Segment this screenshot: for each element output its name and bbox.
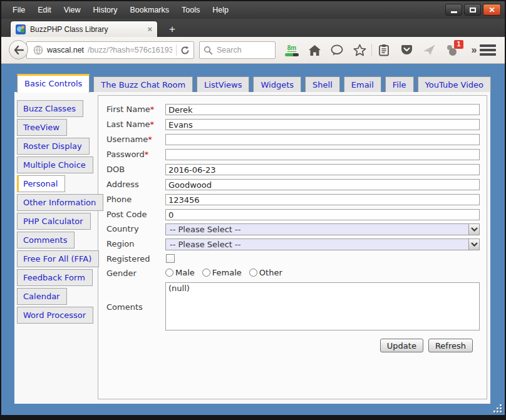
sidebar-item-comments[interactable]: Comments	[17, 232, 75, 248]
dropdown-arrow-button[interactable]	[468, 224, 479, 235]
url-path: /buzz/?hash=576c161938	[88, 46, 172, 54]
tab-widgets[interactable]: Widgets	[253, 76, 301, 93]
sidebar-item-feedback-form[interactable]: Feedback Form	[17, 269, 93, 286]
menu-tools[interactable]: Tools	[175, 3, 206, 17]
tab-close-icon[interactable]: ×	[147, 25, 152, 33]
registered-checkbox[interactable]	[166, 254, 175, 263]
menu-bar: File Edit View History Bookmarks Tools H…	[1, 3, 235, 17]
password-input[interactable]	[165, 149, 480, 160]
last-name-input[interactable]	[165, 119, 480, 130]
dropdown-arrow-button[interactable]	[468, 239, 479, 250]
password-label: Password*	[106, 149, 164, 160]
sidebar-item-buzz-classes[interactable]: Buzz Classes	[17, 100, 83, 117]
hamburger-icon	[480, 44, 496, 47]
region-selected-value: -- Please Select --	[170, 240, 240, 249]
notification-badge: 1	[454, 40, 463, 49]
sidebar-item-multiple-choice[interactable]: Multiple Choice	[17, 156, 93, 173]
dob-label: DOB	[106, 164, 164, 175]
menu-bookmarks[interactable]: Bookmarks	[123, 3, 175, 17]
globe-icon	[33, 45, 43, 55]
url-host: wascal.net	[47, 46, 84, 54]
paper-plane-icon	[423, 44, 435, 56]
window-controls: ✕	[445, 4, 501, 16]
close-icon: ✕	[488, 6, 495, 14]
tab-shell[interactable]: Shell	[305, 76, 340, 93]
tab-buzz-chat-room[interactable]: The Buzz Chat Room	[93, 76, 193, 93]
gender-radio-group: Male Female Other	[165, 268, 289, 277]
menu-file[interactable]: File	[6, 3, 31, 17]
post-code-label: Post Code	[106, 209, 164, 220]
tab-email[interactable]: Email	[344, 76, 381, 93]
sidebar-item-free-for-all[interactable]: Free For All (FFA)	[17, 250, 99, 267]
chat-button[interactable]	[326, 41, 348, 59]
overflow-chevrons-icon: »	[472, 44, 477, 56]
bookmark-star-button[interactable]	[348, 41, 371, 59]
close-button[interactable]: ✕	[483, 4, 501, 16]
back-arrow-icon	[14, 46, 24, 54]
title-bar: File Edit View History Bookmarks Tools H…	[1, 1, 505, 19]
session-timer-button[interactable]: 8m	[281, 41, 303, 59]
refresh-button[interactable]: Refresh	[428, 339, 473, 352]
sidebar-item-php-calculator[interactable]: PHP Calculator	[17, 213, 91, 230]
pocket-button[interactable]	[395, 41, 418, 59]
home-button[interactable]	[303, 41, 326, 59]
navigation-toolbar: wascal.net/buzz/?hash=576c161938 8m	[1, 37, 505, 64]
minimize-button[interactable]	[445, 4, 462, 16]
browser-window: File Edit View History Bookmarks Tools H…	[0, 0, 506, 420]
post-code-input[interactable]	[165, 209, 480, 220]
first-name-input[interactable]	[165, 104, 480, 115]
sidebar-item-roster-display[interactable]: Roster Display	[17, 138, 90, 155]
menu-history[interactable]: History	[87, 3, 124, 17]
gender-male-radio[interactable]	[165, 269, 173, 277]
timer-icon: 8m	[285, 44, 299, 56]
new-tab-button[interactable]: +	[163, 23, 182, 37]
pocket-icon	[400, 44, 413, 56]
menu-button[interactable]	[480, 42, 496, 58]
toolbar-divider	[371, 44, 372, 56]
sidebar-item-treeview[interactable]: TreeView	[17, 119, 67, 136]
tab-youtube-video[interactable]: YouTube Video	[418, 76, 491, 93]
gender-female-radio[interactable]	[202, 269, 210, 277]
page-content: Basic Controls The Buzz Chat Room ListVi…	[1, 64, 505, 415]
region-select[interactable]: -- Please Select --	[165, 238, 480, 250]
clipboard-button[interactable]	[373, 41, 395, 59]
sidebar-item-personal[interactable]: Personal	[17, 175, 65, 192]
star-icon	[353, 44, 366, 56]
sidebar-item-other-information[interactable]: Other Information	[17, 194, 103, 211]
country-select[interactable]: -- Please Select --	[165, 223, 480, 235]
tab-content-panel: First Name* Last Name* Username* Passwor…	[14, 92, 490, 404]
address-input[interactable]	[165, 179, 480, 190]
send-tab-button[interactable]	[418, 41, 440, 59]
sidebar-item-word-processor[interactable]: Word Processor	[17, 307, 93, 324]
browser-tab-title: BuzzPHP Class Library	[30, 25, 143, 34]
resize-grip[interactable]	[492, 403, 502, 412]
timer-label: 8m	[287, 44, 296, 52]
tab-basic-controls[interactable]: Basic Controls	[17, 74, 90, 93]
browser-tab-active[interactable]: BuzzPHP Class Library ×	[10, 21, 158, 37]
search-input[interactable]	[217, 46, 267, 54]
gender-other-radio[interactable]	[249, 269, 257, 277]
tab-listviews[interactable]: ListViews	[197, 76, 249, 93]
username-input[interactable]	[165, 134, 480, 145]
chevron-down-icon	[471, 242, 478, 247]
required-asterisk: *	[150, 120, 155, 129]
comments-textarea[interactable]: (null)	[165, 282, 480, 330]
update-button[interactable]: Update	[380, 339, 423, 352]
back-button[interactable]	[9, 40, 28, 59]
country-label: Country	[106, 223, 164, 235]
sidebar-item-calendar[interactable]: Calendar	[17, 288, 67, 305]
search-box[interactable]	[199, 41, 276, 59]
maximize-button[interactable]	[464, 4, 481, 16]
comments-label: Coments	[106, 302, 164, 313]
reload-icon[interactable]	[180, 46, 190, 55]
gender-other-label: Other	[259, 268, 282, 277]
menu-view[interactable]: View	[58, 3, 87, 17]
dob-input[interactable]	[165, 164, 480, 175]
url-bar[interactable]: wascal.net/buzz/?hash=576c161938	[26, 41, 194, 59]
tab-file[interactable]: File	[385, 76, 414, 93]
account-button[interactable]: 1	[440, 41, 463, 59]
menu-edit[interactable]: Edit	[31, 3, 58, 17]
phone-input[interactable]	[165, 194, 480, 205]
gender-male-label: Male	[175, 268, 195, 277]
menu-help[interactable]: Help	[206, 3, 235, 17]
